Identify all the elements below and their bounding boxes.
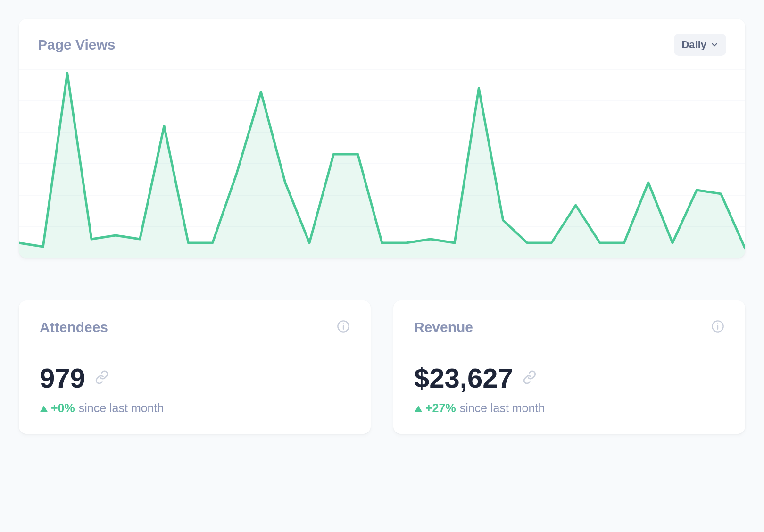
revenue-change: +27% since last month <box>414 401 724 415</box>
svg-point-8 <box>343 323 344 324</box>
svg-marker-9 <box>40 406 48 412</box>
svg-point-12 <box>717 323 719 324</box>
chart-header: Page Views Daily <box>19 19 745 69</box>
revenue-card: Revenue $23,627 +27% since last month <box>393 300 745 434</box>
period-selector[interactable]: Daily <box>674 34 726 56</box>
chart-plot-area <box>19 69 745 258</box>
attendees-change: +0% since last month <box>40 401 350 415</box>
attendees-value: 979 <box>40 365 85 392</box>
revenue-label: Revenue <box>414 319 473 335</box>
attendees-card: Attendees 979 +0% since last month <box>19 300 371 434</box>
trend-up-icon <box>40 401 48 415</box>
trend-up-icon <box>414 401 423 415</box>
chart-title: Page Views <box>38 37 116 53</box>
revenue-value: $23,627 <box>414 365 513 392</box>
attendees-label: Attendees <box>40 319 108 335</box>
period-selected-label: Daily <box>681 39 706 51</box>
revenue-change-percent: +27% <box>425 401 456 415</box>
link-icon[interactable] <box>95 370 109 386</box>
attendees-change-period: since last month <box>79 401 164 415</box>
attendees-change-percent: +0% <box>51 401 75 415</box>
link-icon[interactable] <box>523 370 537 386</box>
revenue-change-period: since last month <box>460 401 545 415</box>
svg-marker-13 <box>415 406 423 412</box>
chevron-down-icon <box>710 41 719 49</box>
page-views-card: Page Views Daily <box>19 19 745 258</box>
info-icon[interactable] <box>711 320 724 335</box>
stats-row: Attendees 979 +0% since last month Reven… <box>19 300 745 434</box>
info-icon[interactable] <box>337 320 350 335</box>
